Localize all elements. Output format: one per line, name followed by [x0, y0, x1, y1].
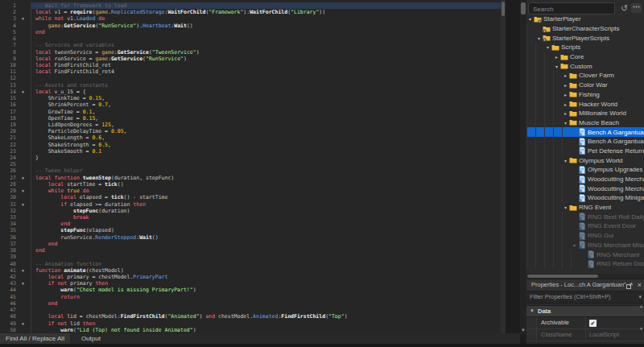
- tree-item[interactable]: ▾Muscle Beach: [526, 118, 644, 128]
- fold-arrow-icon[interactable]: ▼: [19, 89, 31, 95]
- code-editor[interactable]: 1-- Wait for framework to load2local v1 …: [0, 0, 501, 333]
- tree-item[interactable]: ▸Color War: [526, 81, 644, 90]
- explorer-tree[interactable]: ▾StarterPlayerStarterCharacterScripts▾St…: [526, 14, 644, 272]
- tree-item[interactable]: Woodcutting Merchan: [526, 175, 644, 184]
- tree-item[interactable]: RNG Best Roll Daily Le: [526, 212, 644, 221]
- scroll-down-arrow-icon[interactable]: ▼: [638, 326, 644, 331]
- indent-guide: [553, 175, 562, 184]
- tree-item[interactable]: Woodcutting Merchan: [526, 184, 644, 193]
- chevron-down-icon[interactable]: ▾: [544, 44, 551, 50]
- code-text: ShrinkTime = 0.15,: [31, 95, 501, 101]
- tree-item[interactable]: Bench A Gargantuan: [526, 127, 644, 137]
- tree-item[interactable]: ▾Custom: [526, 61, 644, 71]
- close-icon[interactable]: ×: [638, 279, 642, 291]
- scroll-up-arrow-icon[interactable]: ▲: [638, 304, 644, 308]
- tree-item[interactable]: ▾StarterPlayerScripts: [526, 33, 644, 43]
- tree-item[interactable]: ▸Fishing: [526, 90, 644, 100]
- properties-vertical-scrollbar[interactable]: ▲ ▼: [638, 304, 644, 342]
- chevron-right-icon[interactable]: ▸: [562, 72, 569, 78]
- fold-arrow-icon[interactable]: ▼: [19, 267, 31, 274]
- code-text: if elapsed >= duration then: [31, 201, 501, 208]
- chevron-down-icon[interactable]: ▾: [562, 204, 569, 210]
- tree-item[interactable]: RNG Gui: [526, 231, 644, 241]
- tree-item[interactable]: ▸Clover Farm: [526, 71, 644, 81]
- tree-item[interactable]: ▾Scripts: [526, 43, 644, 52]
- tab-find-all-replace-all[interactable]: Find All / Replace All: [0, 333, 70, 344]
- section-header-data[interactable]: ▼ Data: [526, 305, 644, 317]
- status-strip: [0, 344, 644, 347]
- tree-item-label: RNG Return Door: [597, 260, 644, 267]
- fold-column: [19, 68, 31, 75]
- editor-vertical-scrollbar[interactable]: [501, 0, 506, 333]
- search-history-icon[interactable]: ↺: [621, 2, 628, 14]
- chevron-right-icon[interactable]: ▸: [562, 101, 569, 107]
- line-number: 6: [0, 35, 19, 42]
- fold-arrow-icon[interactable]: ▼: [19, 320, 31, 327]
- tab-output[interactable]: Output: [73, 333, 109, 344]
- tree-item[interactable]: Woodcutting Minigam: [526, 193, 644, 203]
- line-number: 36: [0, 234, 19, 241]
- folder-icon: [551, 43, 561, 52]
- chevron-right-icon[interactable]: ▸: [562, 110, 569, 116]
- localscript-icon: [578, 222, 588, 230]
- filter-properties-input[interactable]: Filter Properties (Ctrl+Shift+P) ▾: [526, 291, 644, 304]
- tree-item[interactable]: StarterCharacterScripts: [526, 24, 644, 34]
- fold-arrow-icon[interactable]: ▼: [19, 15, 31, 22]
- code-text: end: [31, 241, 501, 247]
- tree-item[interactable]: RNG Return Door: [526, 259, 644, 269]
- line-number: 38: [0, 247, 19, 254]
- tree-item[interactable]: RNG Merchant: [526, 250, 644, 259]
- tree-item[interactable]: Olympus Upgrades: [526, 165, 644, 175]
- fold-arrow-icon[interactable]: ▼: [19, 188, 31, 194]
- chevron-down-icon[interactable]: ▾: [562, 158, 569, 163]
- fold-arrow-icon[interactable]: ▼: [19, 175, 31, 181]
- chevron-right-icon[interactable]: ▸: [562, 82, 569, 88]
- explorer-horizontal-scrollbar[interactable]: [526, 274, 644, 279]
- overflow-menu-button[interactable]: ⋯: [631, 3, 642, 13]
- fold-arrow-icon[interactable]: ▼: [19, 280, 31, 287]
- chevron-down-icon[interactable]: ▾: [553, 64, 560, 69]
- fold-column: [19, 122, 31, 128]
- tree-item[interactable]: Pet Defense Return Do: [526, 147, 644, 156]
- tree-item[interactable]: ▾RNG Merchant Misc: [526, 241, 644, 250]
- indent-guide: [562, 241, 571, 250]
- tree-item[interactable]: RNG Event Door: [526, 221, 644, 231]
- chevron-down-icon[interactable]: ▾: [562, 120, 569, 126]
- chevron-down-icon[interactable]: ▾: [526, 16, 534, 22]
- chevron-down-icon: ▼: [530, 306, 535, 316]
- tree-item[interactable]: ▾StarterPlayer: [526, 14, 644, 24]
- code-text: local v1 = require(game.ReplicatedStorag…: [31, 9, 501, 15]
- chevron-down-icon[interactable]: ▾: [571, 242, 578, 248]
- code-text: LidOpenDegrees = 125,: [31, 122, 501, 128]
- scrollbar-thumb[interactable]: [527, 275, 598, 278]
- chevron-down-icon[interactable]: ▾: [638, 291, 642, 303]
- fold-arrow-icon[interactable]: ▼: [19, 201, 31, 208]
- search-input[interactable]: Search: [528, 2, 615, 14]
- tree-item-label: Muscle Beach: [579, 119, 619, 126]
- indent-guide: [535, 165, 544, 175]
- chevron-right-icon[interactable]: ▸: [562, 92, 569, 97]
- tree-item[interactable]: ▾RNG Event: [526, 203, 644, 213]
- chevron-down-icon[interactable]: ▾: [535, 35, 543, 41]
- archivable-checkbox[interactable]: ✔: [589, 320, 597, 327]
- indent-guide: [535, 71, 544, 81]
- tree-item[interactable]: Bench A Gargantuan D: [526, 137, 644, 147]
- tree-item[interactable]: ▸Hacker World: [526, 99, 644, 109]
- indent-guide: [553, 165, 562, 175]
- chevron-right-icon[interactable]: ▸: [553, 54, 560, 60]
- tree-item[interactable]: ▸Millionaire World: [526, 109, 644, 118]
- indent-guide: [535, 109, 544, 118]
- scrollbar-thumb[interactable]: [521, 2, 526, 14]
- code-text: ShakeStrength = 0.5,: [31, 142, 501, 148]
- scroll-down-arrow-icon[interactable]: ▼: [520, 327, 526, 333]
- folder-icon: [560, 62, 570, 70]
- indent-guide: [553, 71, 562, 81]
- indent-guide: [535, 250, 544, 259]
- scrollbar-thumb[interactable]: [502, 2, 505, 16]
- tree-item[interactable]: ▸Core: [526, 52, 644, 62]
- indent-guide: [526, 212, 535, 221]
- dock-scrollbar[interactable]: ▼: [520, 0, 526, 334]
- line-number: 18: [0, 115, 19, 122]
- tree-item[interactable]: ▾Olympus World: [526, 155, 644, 165]
- properties-header[interactable]: Properties - Loc...ch A Gargantuan" ×: [526, 279, 644, 291]
